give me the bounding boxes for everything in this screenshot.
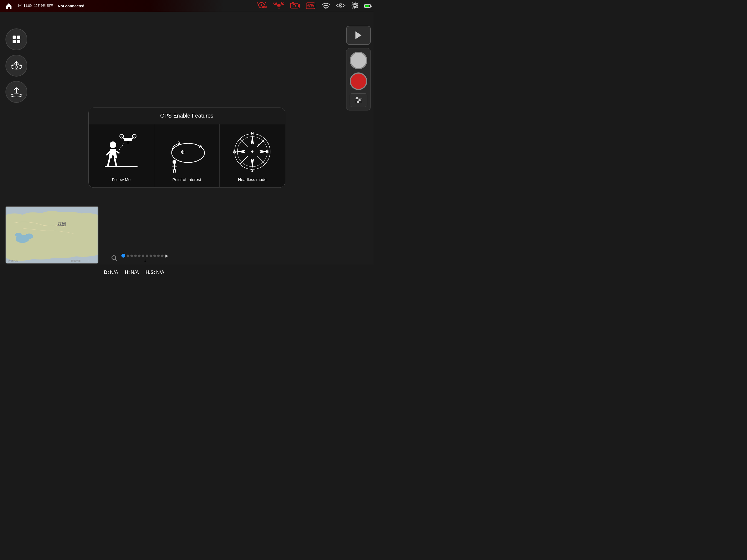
camera-settings-button[interactable] xyxy=(350,93,367,107)
search-button[interactable] xyxy=(109,253,119,263)
svg-point-58 xyxy=(15,233,22,237)
poi-icon: R xyxy=(165,130,209,173)
record-button[interactable] xyxy=(350,73,367,90)
drone-icon[interactable] xyxy=(273,1,285,11)
svg-line-46 xyxy=(175,169,176,173)
wifi-icon[interactable] xyxy=(321,1,331,11)
svg-text:S: S xyxy=(251,168,254,173)
svg-point-54 xyxy=(251,150,254,153)
follow-me-label: Follow Me xyxy=(112,177,130,182)
headless-label: Headless mode xyxy=(238,177,266,182)
svg-text:N: N xyxy=(251,131,254,135)
map-background: 亚洲 法律信息 高德地图 中 xyxy=(6,207,98,263)
grid-view-button[interactable] xyxy=(5,28,27,50)
gps-features-list: Follow Me xyxy=(88,124,285,187)
header-nav-icons: N/A xyxy=(256,0,371,11)
svg-point-28 xyxy=(11,94,22,97)
map-view[interactable]: 亚洲 法律信息 高德地图 中 xyxy=(5,206,98,263)
orbit-icon xyxy=(9,59,23,73)
svg-point-19 xyxy=(325,8,327,9)
page-next-arrow[interactable]: ▶ xyxy=(165,253,169,258)
horizontal-speed-item: H.S: N/A xyxy=(146,270,164,275)
eye-icon[interactable] xyxy=(335,1,346,11)
follow-me-feature[interactable]: Follow Me xyxy=(88,124,154,187)
svg-text:E: E xyxy=(266,149,268,154)
signal-icon[interactable]: N/A xyxy=(256,0,268,11)
takeoff-icon xyxy=(9,85,23,99)
page-dot-3 xyxy=(130,255,133,257)
svg-line-45 xyxy=(173,169,174,173)
svg-rect-32 xyxy=(124,138,132,141)
transmitter-icon[interactable] xyxy=(305,1,317,11)
status-bar: 上午11:09 12月9日 周三 Not connected N/A xyxy=(0,0,374,12)
svg-point-11 xyxy=(293,4,295,7)
svg-text:亚洲: 亚洲 xyxy=(57,222,66,226)
svg-point-21 xyxy=(340,5,341,6)
poi-feature[interactable]: R Point of Interest xyxy=(154,124,220,187)
svg-rect-10 xyxy=(290,3,298,8)
pagination-area: ▶ 1 xyxy=(104,253,343,263)
connection-status: Not connected xyxy=(58,4,84,8)
gps-modal: GPS Enable Features xyxy=(88,107,285,187)
distance-label: D: xyxy=(104,270,109,275)
battery-fill xyxy=(365,5,369,7)
photo-button[interactable] xyxy=(350,52,367,69)
svg-text:N/A: N/A xyxy=(262,5,267,8)
bottom-telemetry-bar: D: N/A H: N/A H.S: N/A xyxy=(0,265,374,280)
search-icon xyxy=(110,254,118,262)
gps-modal-title: GPS Enable Features xyxy=(88,108,285,124)
distance-item: D: N/A xyxy=(104,270,118,275)
svg-point-57 xyxy=(25,233,33,239)
map-svg: 亚洲 法律信息 高德地图 中 xyxy=(6,207,98,263)
poi-label: Point of Interest xyxy=(172,177,201,182)
svg-point-17 xyxy=(312,5,313,6)
left-sidebar xyxy=(5,28,27,103)
page-dot-5 xyxy=(138,255,140,257)
camera-controls-panel xyxy=(346,48,371,110)
page-dot-9 xyxy=(153,255,156,257)
svg-rect-18 xyxy=(310,4,312,5)
svg-point-42 xyxy=(173,160,176,164)
svg-text:R: R xyxy=(199,145,202,149)
height-value: N/A xyxy=(131,270,139,275)
play-button[interactable] xyxy=(346,26,371,45)
home-button[interactable] xyxy=(3,0,15,12)
svg-line-64 xyxy=(115,259,117,261)
takeoff-button[interactable] xyxy=(5,81,27,103)
distance-value: N/A xyxy=(110,270,118,275)
svg-rect-12 xyxy=(292,2,294,3)
page-dots-row: ▶ xyxy=(121,253,169,258)
svg-text:高德地图: 高德地图 xyxy=(71,259,81,262)
slider-line-3 xyxy=(355,102,362,102)
svg-point-26 xyxy=(15,66,18,68)
height-item: H: N/A xyxy=(125,270,139,275)
svg-line-38 xyxy=(119,143,124,150)
page-dot-7 xyxy=(146,255,148,257)
right-sidebar xyxy=(346,26,371,110)
page-dot-4 xyxy=(134,255,137,257)
battery-indicator xyxy=(364,4,371,8)
svg-text:W: W xyxy=(233,149,236,154)
play-icon xyxy=(356,31,361,39)
svg-point-16 xyxy=(308,5,309,6)
sliders-icon xyxy=(353,96,364,104)
status-date: 12月9日 周三 xyxy=(34,4,53,8)
follow-me-icon xyxy=(99,130,143,173)
page-dot-8 xyxy=(150,255,152,257)
camera-icon[interactable] xyxy=(289,1,300,11)
hs-value: N/A xyxy=(156,270,164,275)
gear-icon[interactable] xyxy=(351,1,360,11)
follow-me-icon-area xyxy=(99,130,143,173)
status-time: 上午11:09 xyxy=(17,4,32,8)
slider-line-2 xyxy=(355,100,362,100)
page-dot-active xyxy=(121,254,125,258)
page-number: 1 xyxy=(144,259,146,263)
page-dot-11 xyxy=(161,255,163,257)
height-label: H: xyxy=(125,270,130,275)
grid-icon xyxy=(11,34,21,44)
headless-feature[interactable]: N S E W Headless mode xyxy=(220,124,285,187)
svg-text:中: 中 xyxy=(87,259,89,262)
headless-icon-area: N S E W xyxy=(231,130,274,173)
page-dot-10 xyxy=(157,255,160,257)
orbit-button[interactable] xyxy=(5,55,27,77)
